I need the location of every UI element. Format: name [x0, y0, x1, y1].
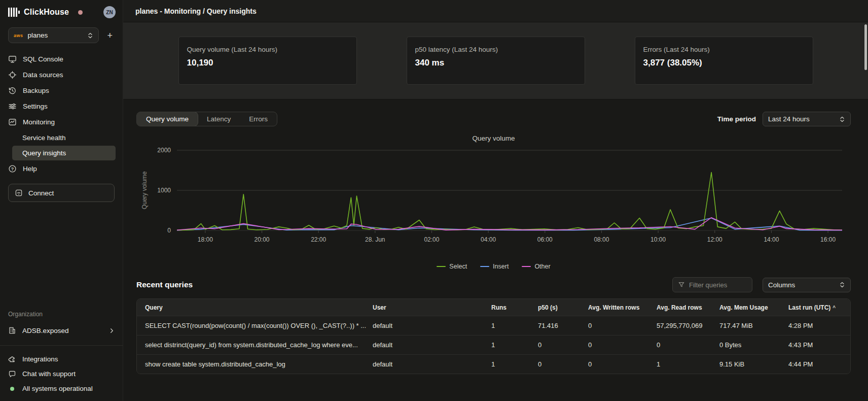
stat-card-p50-latency: p50 latency (Last 24 hours) 340 ms [407, 37, 585, 85]
sidebar-item-monitoring[interactable]: Monitoring [0, 114, 123, 130]
sidebar-item-query-insights[interactable]: Query insights [12, 146, 116, 160]
organization-building-icon [8, 326, 16, 335]
column-header-query[interactable]: Query [137, 304, 373, 311]
x-tick-label: 08:00 [594, 236, 609, 243]
stat-label: Query volume (Last 24 hours) [187, 46, 348, 53]
table-header-row: Query User Runs p50 (s) Avg. Written row… [137, 299, 850, 316]
legend-item-insert[interactable]: Insert [480, 263, 509, 270]
chart-title: Query volume [136, 135, 851, 142]
avatar[interactable]: ZN [103, 6, 116, 18]
stat-value: 10,190 [187, 58, 348, 68]
sidebar-item-help[interactable]: ? Help [0, 161, 123, 177]
sidebar-item-integrations[interactable]: Integrations [0, 352, 123, 366]
filter-queries-input[interactable] [689, 281, 745, 289]
sidebar-item-backups[interactable]: Backups [0, 83, 123, 98]
legend-item-other[interactable]: Other [522, 263, 550, 270]
service-selector[interactable]: aws planes [8, 27, 99, 43]
column-header-avg-written-rows[interactable]: Avg. Written rows [588, 304, 657, 311]
chat-bubble-icon [8, 370, 16, 378]
sidebar-item-service-health[interactable]: Service health [12, 130, 116, 145]
chevron-updown-icon [839, 281, 845, 288]
cell-avg-written: 0 [588, 341, 657, 349]
svg-text:?: ? [11, 166, 14, 172]
series-line-select [177, 173, 842, 230]
stats-band: Query volume (Last 24 hours) 10,190 p50 … [123, 22, 868, 99]
column-header-user[interactable]: User [373, 304, 491, 311]
service-row: aws planes + [0, 23, 123, 43]
settings-sliders-icon [8, 102, 17, 111]
sidebar-item-data-sources[interactable]: Data sources [0, 67, 123, 83]
chevron-updown-icon [839, 116, 845, 123]
clickhouse-logo-icon [8, 8, 20, 17]
cell-avg-written: 0 [588, 360, 657, 368]
tab-latency[interactable]: Latency [198, 112, 240, 126]
query-volume-chart: 01000200018:0020:0022:0028. Jun02:0004:0… [136, 144, 846, 260]
tabs-row: Query volume Latency Errors Time period … [136, 112, 851, 126]
sidebar: ClickHouse ZN aws planes + SQL Console D… [0, 0, 123, 401]
y-tick-label: 0 [167, 227, 171, 234]
y-tick-label: 1000 [157, 187, 171, 194]
table-row[interactable]: select distrinct(query_id) from system.d… [137, 335, 850, 354]
system-status-item[interactable]: All systems operational [0, 381, 123, 396]
cell-last-run: 4:43 PM [788, 341, 850, 349]
cell-p50: 0 [538, 360, 588, 368]
organization-selector[interactable]: ADSB.exposed [0, 323, 123, 338]
data-sources-icon [8, 71, 17, 79]
legend-label: Select [449, 263, 467, 270]
legend-swatch-select [437, 266, 446, 268]
cell-p50: 0 [538, 341, 588, 349]
chevron-right-icon [109, 328, 115, 333]
column-header-avg-read-rows[interactable]: Avg. Read rows [657, 304, 719, 311]
vertical-scrollbar-thumb[interactable] [864, 24, 867, 70]
console-icon [8, 55, 17, 63]
filter-funnel-icon [678, 281, 685, 288]
sidebar-divider [0, 345, 123, 346]
x-tick-label: 10:00 [650, 236, 666, 243]
column-header-p50[interactable]: p50 (s) [538, 304, 588, 311]
cell-user: default [373, 341, 491, 349]
status-dot-icon [10, 387, 14, 391]
help-icon: ? [8, 164, 17, 173]
cell-avg-mem: 9.15 KiB [719, 360, 788, 368]
sidebar-subitem-label: Service health [22, 134, 66, 142]
columns-select[interactable]: Columns [763, 278, 851, 292]
x-tick-label: 22:00 [311, 236, 326, 243]
cell-query: select distrinct(query_id) from system.d… [137, 341, 373, 349]
cell-last-run: 4:44 PM [788, 360, 850, 368]
filter-queries-box [672, 277, 752, 292]
table-row[interactable]: SELECT CAST(round(pow(count() / max(coun… [137, 316, 850, 335]
column-header-avg-mem-usage[interactable]: Avg. Mem Usage [719, 304, 788, 311]
aws-icon: aws [14, 33, 23, 38]
connect-button[interactable]: Connect [8, 184, 115, 202]
cell-runs: 1 [491, 341, 538, 349]
legend-item-select[interactable]: Select [437, 263, 467, 270]
sidebar-item-chat-with-support[interactable]: Chat with support [0, 366, 123, 381]
notification-dot-icon [78, 10, 83, 15]
column-header-label: Last run (UTC) [788, 304, 830, 311]
cell-user: default [373, 322, 491, 329]
service-name: planes [28, 31, 83, 39]
cell-runs: 1 [491, 322, 538, 329]
column-header-last-run[interactable]: Last run (UTC)^ [788, 304, 850, 311]
sidebar-item-label: Integrations [22, 355, 58, 363]
sidebar-item-label: Settings [23, 103, 48, 110]
table-row[interactable]: show create table system.distributed_cac… [137, 354, 850, 374]
cell-avg-mem: 717.47 MiB [719, 322, 788, 329]
time-period-select[interactable]: Last 24 hours [763, 112, 851, 126]
recent-queries-table: Query User Runs p50 (s) Avg. Written row… [136, 298, 851, 374]
tab-errors[interactable]: Errors [240, 112, 277, 126]
app-window: ClickHouse ZN aws planes + SQL Console D… [0, 0, 868, 401]
sidebar-item-settings[interactable]: Settings [0, 98, 123, 114]
stat-value: 340 ms [415, 58, 576, 68]
tab-query-volume[interactable]: Query volume [136, 112, 198, 126]
sidebar-item-sql-console[interactable]: SQL Console [0, 51, 123, 67]
column-header-runs[interactable]: Runs [491, 304, 538, 311]
recent-queries-title: Recent queries [136, 280, 193, 289]
recent-queries-header: Recent queries Columns [136, 277, 851, 292]
legend-label: Insert [493, 263, 509, 270]
cell-avg-read: 57,295,770,069 [657, 322, 719, 329]
sidebar-item-label: Backups [23, 87, 49, 94]
sidebar-spacer [0, 202, 123, 311]
add-service-button[interactable]: + [105, 30, 115, 41]
legend-swatch-insert [480, 266, 489, 268]
